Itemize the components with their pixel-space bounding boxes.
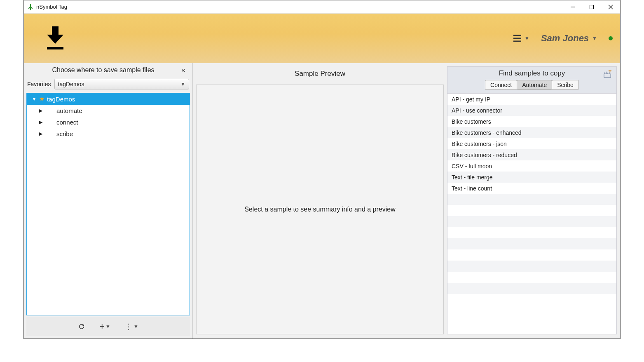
sample-list-item[interactable]: API - get my IP	[447, 94, 616, 105]
favorites-row: Favorites tagDemos ▼	[24, 77, 192, 91]
titlebar: nSymbol Tag	[24, 0, 620, 14]
favorites-dropdown[interactable]: tagDemos ▼	[54, 79, 189, 89]
sample-list-item	[447, 249, 616, 261]
collapse-left-panel-button[interactable]: «	[178, 66, 188, 74]
add-button[interactable]: +▼	[99, 322, 110, 331]
tree-node-label: connect	[56, 119, 78, 126]
expander-icon[interactable]: ▼	[32, 96, 37, 101]
sample-list-item	[447, 238, 616, 249]
window-maximize-button[interactable]	[582, 0, 601, 14]
sample-list-item[interactable]: Bike customers - reduced	[447, 149, 616, 160]
tree-node-label: tagDemos	[47, 96, 75, 103]
sample-list-item[interactable]: Text - file merge	[447, 172, 616, 183]
user-menu[interactable]: Sam Jones ▼	[541, 33, 597, 44]
favorites-label: Favorites	[27, 81, 51, 87]
tab-connect[interactable]: Connect	[485, 80, 517, 90]
folder-tree[interactable]: ▼ ★ tagDemos ▶ automate ▶ connect ▶	[26, 93, 190, 315]
expander-icon[interactable]: ▶	[38, 120, 43, 125]
left-panel-header: Choose where to save sample files «	[24, 63, 192, 77]
sample-list-item[interactable]: Bike customers - enhanced	[447, 127, 616, 138]
left-panel-toolbar: +▼ ⋮▼	[26, 317, 190, 336]
sample-list-item[interactable]: Text - line count	[447, 183, 616, 194]
tab-automate[interactable]: Automate	[517, 80, 552, 90]
sample-list-item	[447, 261, 616, 272]
user-name-label: Sam Jones	[541, 33, 589, 44]
chevron-down-icon: ▼	[592, 35, 597, 41]
left-panel-title: Choose where to save sample files	[28, 66, 178, 74]
sample-list-item	[447, 205, 616, 216]
sample-list-item	[447, 227, 616, 238]
sample-list-item	[447, 194, 616, 205]
preview-title: Sample Preview	[193, 63, 447, 85]
tab-scribe[interactable]: Scribe	[552, 80, 579, 90]
svg-point-1	[28, 7, 30, 9]
chevron-down-icon: ▼	[525, 35, 529, 41]
svg-rect-4	[590, 5, 594, 9]
preview-placeholder: Select a sample to see summary info and …	[244, 206, 395, 213]
samples-settings-icon[interactable]	[603, 70, 612, 80]
connection-status-indicator	[609, 36, 613, 40]
download-icon[interactable]	[31, 25, 67, 52]
app-icon	[27, 4, 34, 10]
sample-list-item	[447, 294, 616, 305]
app-window: nSymbol Tag ▼ Sa	[23, 0, 621, 339]
more-actions-button[interactable]: ⋮▼	[124, 322, 138, 331]
refresh-button[interactable]	[78, 323, 85, 330]
tree-node-label: automate	[56, 107, 82, 114]
main-menu-button[interactable]: ▼	[513, 35, 529, 42]
sample-list-item	[447, 272, 616, 283]
sample-list[interactable]: API - get my IPAPI - use connectorBike c…	[447, 93, 617, 334]
svg-rect-5	[47, 47, 63, 49]
star-icon: ★	[39, 95, 44, 103]
tree-node-connect[interactable]: ▶ connect	[27, 116, 190, 128]
sample-list-item[interactable]: Bike customers	[447, 116, 616, 127]
samples-panel: Find samples to copy Connect Automate Sc…	[447, 63, 620, 338]
favorites-selected-value: tagDemos	[58, 81, 84, 87]
chevron-down-icon: ▼	[180, 81, 185, 87]
sample-list-item	[447, 283, 616, 294]
tree-node-scribe[interactable]: ▶ scribe	[27, 128, 190, 139]
banner: ▼ Sam Jones ▼	[24, 14, 620, 63]
tree-node-label: scribe	[56, 130, 73, 137]
save-location-panel: Choose where to save sample files « Favo…	[24, 63, 193, 338]
samples-title: Find samples to copy	[452, 69, 612, 78]
svg-rect-6	[604, 74, 611, 78]
window-title: nSymbol Tag	[36, 4, 67, 10]
sample-list-item[interactable]: API - use connector	[447, 105, 616, 116]
preview-body: Select a sample to see summary info and …	[196, 85, 444, 334]
svg-point-2	[32, 7, 33, 9]
preview-panel: Sample Preview Select a sample to see su…	[193, 63, 447, 338]
tree-root-tagdemos[interactable]: ▼ ★ tagDemos	[27, 93, 190, 105]
tree-node-automate[interactable]: ▶ automate	[27, 105, 190, 116]
expander-icon[interactable]: ▶	[38, 131, 43, 136]
main-area: Choose where to save sample files « Favo…	[24, 63, 620, 338]
expander-icon[interactable]: ▶	[38, 108, 43, 113]
sample-category-tabs: Connect Automate Scribe	[452, 80, 612, 90]
window-minimize-button[interactable]	[563, 0, 582, 14]
sample-list-item	[447, 216, 616, 227]
sample-list-item[interactable]: CSV - full moon	[447, 160, 616, 172]
window-close-button[interactable]	[601, 0, 620, 14]
samples-header: Find samples to copy Connect Automate Sc…	[447, 66, 617, 93]
sample-list-item[interactable]: Bike customers - json	[447, 138, 616, 149]
